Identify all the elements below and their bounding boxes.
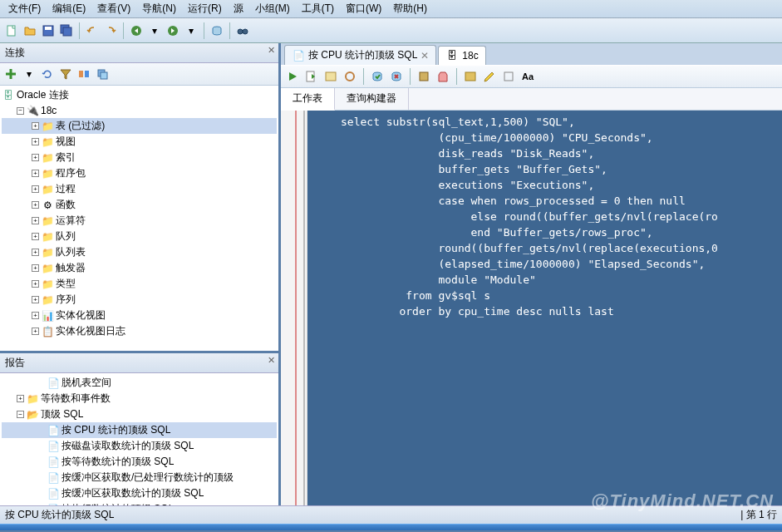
back-icon[interactable] [128, 22, 145, 39]
svg-point-8 [238, 29, 243, 34]
tree-node-mview-logs[interactable]: +📋实体化视图日志 [2, 323, 277, 339]
folder-icon: 📂 [26, 408, 39, 421]
expand-icon[interactable]: + [32, 312, 39, 319]
clear-icon[interactable] [435, 68, 451, 85]
add-icon[interactable] [2, 66, 19, 82]
rollback-icon[interactable] [388, 68, 405, 85]
tree-node-tables[interactable]: +📁表 (已过滤) [2, 118, 277, 134]
report-node[interactable]: 📄脱机表空间 [2, 375, 277, 391]
tree-node-triggers[interactable]: +📁触发器 [2, 260, 277, 276]
reports-tree[interactable]: 📄脱机表空间 +📁等待数和事件数 −📂顶级 SQL 📄按 CPU 统计的顶级 S… [0, 373, 278, 505]
explain-icon[interactable] [322, 68, 339, 85]
report-item[interactable]: 📄按缓冲区获取数统计的顶级 SQL [2, 485, 277, 501]
report-item[interactable]: 📄按执行数统计的顶级 SQL [2, 501, 277, 505]
separator [363, 68, 364, 85]
expand-icon[interactable]: + [32, 264, 39, 272]
refresh-icon[interactable] [39, 66, 56, 82]
connections-tree[interactable]: 🗄Oracle 连接 −🔌18c +📁表 (已过滤) +📁视图 +📁索引 +📁程… [0, 86, 278, 351]
tree-node-sequences[interactable]: +📁序列 [2, 292, 277, 308]
expand-icon[interactable]: + [32, 138, 39, 145]
function-icon: ⚙ [41, 199, 54, 212]
tab-query-builder[interactable]: 查询构建器 [335, 88, 409, 110]
report-node-top-sql[interactable]: −📂顶级 SQL [2, 406, 277, 422]
menu-source[interactable]: 源 [229, 0, 248, 17]
tree-db[interactable]: −🔌18c [2, 103, 277, 118]
undo-icon[interactable] [84, 22, 101, 39]
tree-root[interactable]: 🗄Oracle 连接 [2, 87, 277, 103]
report-item[interactable]: 📄按磁盘读取数统计的顶级 SQL [2, 438, 277, 454]
filter-icon[interactable] [57, 66, 74, 82]
open-icon[interactable] [22, 22, 38, 39]
close-icon[interactable]: ✕ [268, 355, 275, 366]
expand-icon[interactable]: + [32, 280, 39, 288]
close-icon[interactable]: ✕ [421, 50, 429, 62]
expand-icon[interactable]: + [17, 395, 24, 402]
copy-icon[interactable] [94, 66, 111, 82]
menu-run[interactable]: 运行(R) [183, 0, 227, 17]
editor-gutter [281, 111, 307, 505]
menu-help[interactable]: 帮助(H) [388, 0, 432, 17]
toggle-icon[interactable] [76, 66, 92, 82]
tab-worksheet[interactable]: 工作表 [281, 88, 335, 111]
save-icon[interactable] [40, 22, 57, 39]
separator [79, 22, 80, 39]
expand-icon[interactable]: + [32, 249, 39, 256]
report-item-cpu[interactable]: 📄按 CPU 统计的顶级 SQL [2, 422, 277, 438]
settings-icon[interactable] [500, 68, 517, 85]
editor[interactable]: select substr(sql_text,1,500) "SQL", (cp… [281, 111, 782, 505]
menu-file[interactable]: 文件(F) [3, 0, 46, 17]
menu-navigate[interactable]: 导航(N) [137, 0, 181, 17]
expand-icon[interactable]: + [32, 170, 39, 177]
case-icon[interactable]: Aa [519, 68, 536, 85]
new-icon[interactable] [3, 22, 20, 39]
tab-report[interactable]: 📄按 CPU 统计的顶级 SQL✕ [284, 45, 436, 65]
menu-edit[interactable]: 编辑(E) [47, 0, 91, 17]
expand-icon[interactable]: + [32, 185, 39, 193]
expand-icon[interactable]: + [32, 217, 39, 224]
sql-code[interactable]: select substr(sql_text,1,500) "SQL", (cp… [307, 111, 782, 505]
tab-18c[interactable]: 🗄18c [438, 46, 485, 65]
unshared-icon[interactable] [416, 68, 432, 85]
commit-icon[interactable] [369, 68, 386, 85]
expand-icon[interactable]: + [32, 201, 39, 209]
expand-icon[interactable]: + [32, 328, 39, 335]
tree-node-functions[interactable]: +⚙函数 [2, 197, 277, 213]
tree-node-indexes[interactable]: +📁索引 [2, 150, 277, 165]
run-icon[interactable] [284, 68, 301, 85]
report-item[interactable]: 📄按等待数统计的顶级 SQL [2, 454, 277, 470]
expand-icon[interactable]: + [32, 296, 39, 303]
menu-team[interactable]: 小组(M) [250, 0, 295, 17]
close-icon[interactable]: ✕ [268, 45, 275, 56]
folder-icon: 📁 [41, 293, 54, 307]
autotrace-icon[interactable] [342, 68, 358, 85]
redo-icon[interactable] [102, 22, 119, 39]
sql-icon[interactable] [209, 22, 225, 39]
dropdown-icon[interactable]: ▾ [183, 22, 199, 39]
tree-node-queues[interactable]: +📁队列 [2, 229, 277, 244]
tree-node-packages[interactable]: +📁程序包 [2, 165, 277, 181]
collapse-icon[interactable]: − [17, 107, 24, 115]
menu-view[interactable]: 查看(V) [92, 0, 135, 17]
dropdown-icon[interactable]: ▾ [21, 66, 37, 82]
tree-node-types[interactable]: +📁类型 [2, 276, 277, 292]
collapse-icon[interactable]: − [17, 411, 24, 418]
forward-icon[interactable] [165, 22, 181, 39]
tree-node-procedures[interactable]: +📁过程 [2, 181, 277, 197]
edit-icon[interactable] [481, 68, 498, 85]
tree-node-views[interactable]: +📁视图 [2, 134, 277, 150]
expand-icon[interactable]: + [32, 122, 39, 130]
menu-window[interactable]: 窗口(W) [341, 0, 386, 17]
tree-node-queue-tables[interactable]: +📁队列表 [2, 244, 277, 260]
report-node[interactable]: +📁等待数和事件数 [2, 391, 277, 406]
report-item[interactable]: 📄按缓冲区获取数/已处理行数统计的顶级 [2, 470, 277, 485]
expand-icon[interactable]: + [32, 154, 39, 161]
run-script-icon[interactable] [303, 68, 320, 85]
tree-node-operators[interactable]: +📁运算符 [2, 213, 277, 229]
sql-history-icon[interactable] [462, 68, 479, 85]
menu-tools[interactable]: 工具(T) [297, 0, 339, 17]
save-all-icon[interactable] [58, 22, 75, 39]
binoculars-icon[interactable] [234, 22, 251, 39]
tree-node-mviews[interactable]: +📊实体化视图 [2, 308, 277, 323]
expand-icon[interactable]: + [32, 233, 39, 240]
dropdown-icon[interactable]: ▾ [146, 22, 163, 39]
